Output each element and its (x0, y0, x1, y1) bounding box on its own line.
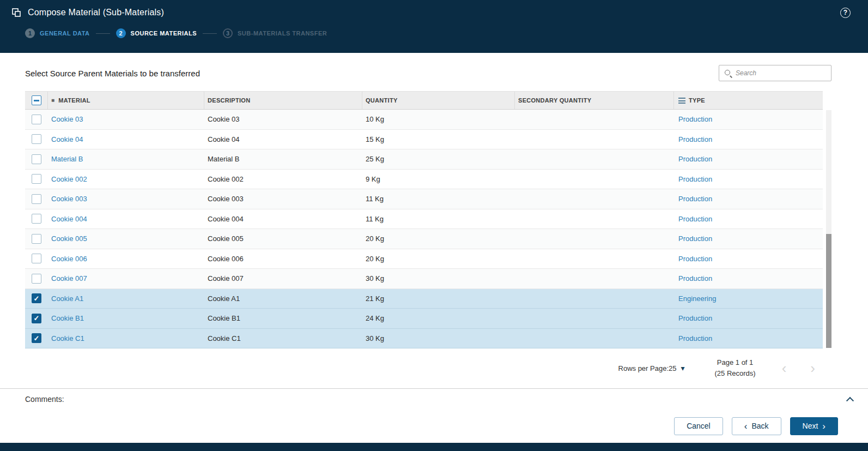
row-checkbox[interactable] (32, 293, 41, 303)
previous-page-button[interactable]: ‹ (782, 361, 787, 375)
table-row[interactable]: Cookie 003 Cookie 003 11 Kg Production (25, 189, 823, 209)
type-link[interactable]: Production (678, 314, 712, 322)
cell-material: Cookie 005 (48, 234, 204, 243)
cell-quantity: 9 Kg (362, 175, 515, 183)
material-link[interactable]: Cookie A1 (51, 294, 83, 303)
wizard-step[interactable]: 2 SOURCE MATERIALS (116, 28, 197, 38)
cell-checkbox (25, 333, 48, 343)
cell-description: Material B (204, 155, 362, 163)
table-row[interactable]: Cookie 005 Cookie 005 20 Kg Production (25, 229, 823, 249)
type-link[interactable]: Production (678, 255, 712, 263)
table-row[interactable]: Cookie 002 Cookie 002 9 Kg Production (25, 170, 823, 190)
scrollbar-thumb[interactable] (826, 234, 831, 348)
row-checkbox[interactable] (32, 254, 41, 263)
type-link[interactable]: Production (678, 155, 712, 163)
main-content: Select Source Parent Materials to be tra… (0, 53, 868, 388)
material-link[interactable]: Cookie 004 (51, 215, 87, 223)
type-link[interactable]: Production (678, 195, 712, 203)
row-checkbox[interactable] (32, 314, 41, 323)
cell-type: Production (674, 255, 823, 263)
type-link[interactable]: Production (678, 274, 712, 282)
page-label: Page 1 of 1 (715, 357, 756, 368)
column-label-material: MATERIAL (58, 97, 90, 104)
row-checkbox[interactable] (32, 274, 41, 284)
material-link[interactable]: Cookie 005 (51, 234, 87, 243)
cell-quantity: 11 Kg (362, 195, 515, 203)
type-link[interactable]: Production (678, 234, 712, 243)
wizard-step[interactable]: 3 SUB-MATERIALS TRANSFER (223, 28, 327, 38)
cell-quantity: 24 Kg (362, 314, 515, 322)
rows-per-page-value: 25 (669, 364, 676, 372)
back-label: Back (751, 422, 768, 430)
row-checkbox[interactable] (32, 333, 41, 343)
material-link[interactable]: Material B (51, 155, 83, 163)
material-link[interactable]: Cookie B1 (51, 314, 84, 322)
row-checkbox[interactable] (32, 174, 41, 184)
type-link[interactable]: Production (678, 135, 712, 143)
rows-per-page-control[interactable]: Rows per Page:25 ▾ (618, 364, 685, 372)
table-row[interactable]: Cookie 006 Cookie 006 20 Kg Production (25, 249, 823, 269)
cell-type: Production (674, 215, 823, 223)
cell-material: Cookie 002 (48, 175, 204, 183)
table-row[interactable]: Cookie 004 Cookie 004 11 Kg Production (25, 209, 823, 230)
app-header: Compose Material (Sub-Materials) ? 1 GEN… (0, 0, 868, 53)
cell-quantity: 20 Kg (362, 234, 515, 243)
cell-quantity: 30 Kg (362, 274, 515, 282)
column-header-description[interactable]: DESCRIPTION (204, 92, 362, 109)
table-row[interactable]: Cookie 03 Cookie 03 10 Kg Production (25, 110, 823, 130)
cell-material: Cookie A1 (48, 294, 204, 303)
material-link[interactable]: Cookie 006 (51, 255, 87, 263)
page-info: Page 1 of 1 (25 Records) (715, 357, 756, 379)
step-connector (96, 33, 110, 34)
cell-description: Cookie 005 (204, 234, 362, 243)
compose-material-window: Compose Material (Sub-Materials) ? 1 GEN… (0, 0, 868, 451)
table-row[interactable]: Material B Material B 25 Kg Production (25, 149, 823, 170)
vertical-scrollbar[interactable] (826, 110, 831, 348)
step-connector (203, 33, 217, 34)
material-link[interactable]: Cookie 007 (51, 274, 87, 282)
table-row[interactable]: Cookie C1 Cookie C1 30 Kg Production (25, 329, 823, 349)
type-link[interactable]: Production (678, 215, 712, 223)
table-row[interactable]: Cookie 007 Cookie 007 30 Kg Production (25, 269, 823, 289)
cell-quantity: 30 Kg (362, 334, 515, 342)
material-link[interactable]: Cookie 002 (51, 175, 87, 183)
material-link[interactable]: Cookie C1 (51, 334, 84, 342)
type-link[interactable]: Engineering (678, 294, 716, 303)
table-row[interactable]: Cookie 04 Cookie 04 15 Kg Production (25, 130, 823, 150)
material-link[interactable]: Cookie 003 (51, 195, 87, 203)
column-header-quantity[interactable]: QUANTITY (362, 92, 515, 109)
column-header-material[interactable]: ■ MATERIAL (48, 92, 204, 109)
pager-buttons: ‹ › (782, 361, 815, 375)
cell-checkbox (25, 154, 48, 164)
type-link[interactable]: Production (678, 115, 712, 123)
step-label: SUB-MATERIALS TRANSFER (238, 30, 327, 37)
back-button[interactable]: ‹ Back (732, 417, 781, 435)
column-header-secondary-quantity[interactable]: SECONDARY QUANTITY (515, 92, 674, 109)
collapse-up-icon[interactable] (846, 396, 854, 404)
row-checkbox[interactable] (32, 194, 41, 204)
cell-type: Production (674, 135, 823, 143)
cancel-button[interactable]: Cancel (674, 417, 723, 435)
next-page-button[interactable]: › (810, 361, 815, 375)
material-link[interactable]: Cookie 04 (51, 135, 83, 143)
type-link[interactable]: Production (678, 334, 712, 342)
column-header-type[interactable]: TYPE (674, 92, 823, 109)
compose-icon (11, 7, 22, 18)
type-link[interactable]: Production (678, 175, 712, 183)
table-row[interactable]: Cookie A1 Cookie A1 21 Kg Engineering (25, 289, 823, 309)
cell-material: Cookie 003 (48, 195, 204, 203)
wizard-step[interactable]: 1 GENERAL DATA (25, 28, 90, 38)
material-link[interactable]: Cookie 03 (51, 115, 83, 123)
select-all-checkbox[interactable] (32, 95, 41, 105)
row-checkbox[interactable] (32, 115, 41, 124)
table-row[interactable]: Cookie B1 Cookie B1 24 Kg Production (25, 309, 823, 329)
next-button[interactable]: Next › (790, 417, 838, 435)
search-input[interactable] (736, 69, 826, 77)
step-label: SOURCE MATERIALS (131, 30, 197, 37)
row-checkbox[interactable] (32, 134, 41, 144)
row-checkbox[interactable] (32, 154, 41, 164)
row-checkbox[interactable] (32, 234, 41, 244)
help-icon[interactable]: ? (840, 8, 851, 18)
cell-checkbox (25, 194, 48, 204)
row-checkbox[interactable] (32, 214, 41, 224)
